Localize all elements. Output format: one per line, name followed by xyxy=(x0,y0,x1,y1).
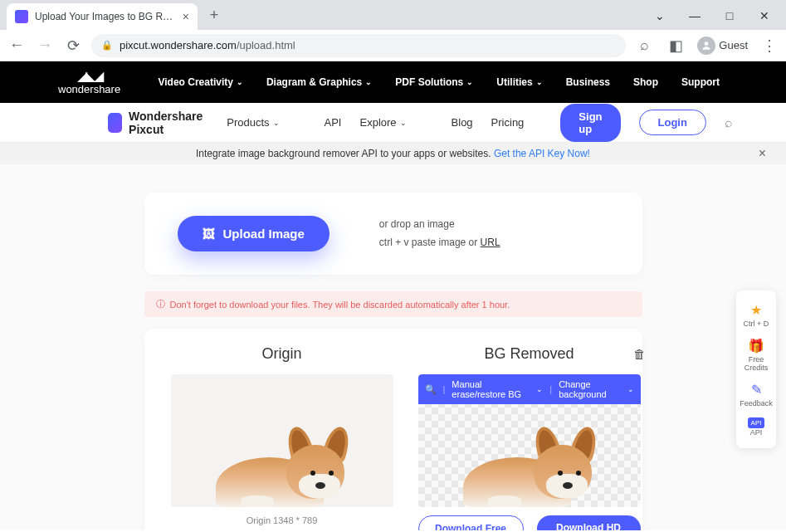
pen-icon: ✎ xyxy=(738,382,774,398)
new-tab-button[interactable]: + xyxy=(203,3,226,27)
close-window-icon[interactable]: ✕ xyxy=(754,6,774,26)
tab-title: Upload Your Images to BG Remo... xyxy=(35,11,176,22)
manual-erase-button[interactable]: Manual erase/restore BG ⌄ xyxy=(452,379,543,399)
chevron-down-icon: ⌄ xyxy=(237,78,243,86)
warning-text: Don't forget to download your files. The… xyxy=(170,300,510,310)
reload-button[interactable]: ⟳ xyxy=(63,36,83,56)
star-icon: ★ xyxy=(738,302,774,318)
forward-button[interactable]: → xyxy=(35,36,55,56)
pixcut-icon xyxy=(108,113,122,133)
dock-feedback[interactable]: ✎Feedback xyxy=(736,377,776,412)
nav-explore[interactable]: Explore⌄ xyxy=(360,116,407,129)
menu-icon[interactable]: ⋮ xyxy=(759,36,779,56)
download-hd-button[interactable]: Download HD xyxy=(537,515,641,530)
banner-close-icon[interactable]: × xyxy=(759,146,766,161)
guest-label: Guest xyxy=(719,39,748,51)
dock-credits[interactable]: 🎁Free Credits xyxy=(736,333,776,377)
search-icon[interactable]: ⌕ xyxy=(634,36,654,56)
back-button[interactable]: ← xyxy=(7,36,27,56)
minimize-icon[interactable]: ― xyxy=(685,6,705,26)
url-path: /upload.html xyxy=(237,39,295,51)
url-domain: pixcut.wondershare.com xyxy=(120,39,237,51)
image-action-bar: 🔍| Manual erase/restore BG ⌄| Change bac… xyxy=(418,374,641,404)
banner-link[interactable]: Get the API Key Now! xyxy=(494,148,590,159)
avatar-icon xyxy=(697,37,715,55)
dog-illustration xyxy=(455,416,604,507)
origin-title: Origin xyxy=(261,345,301,363)
panel-icon[interactable]: ◧ xyxy=(666,36,686,56)
removed-image: 🔍| Manual erase/restore BG ⌄| Change bac… xyxy=(418,374,641,507)
removed-title: BG Removed xyxy=(484,345,574,363)
origin-image xyxy=(171,374,393,507)
api-icon: API xyxy=(748,417,765,428)
profile-button[interactable]: Guest xyxy=(697,37,748,55)
nav-support[interactable]: Support xyxy=(681,76,720,88)
wondershare-top-nav: ◢◣◢ wondershare Video Creativity⌄ Diagra… xyxy=(0,61,786,103)
chevron-down-icon: ⌄ xyxy=(536,385,543,393)
warning-bar: ⓘ Don't forget to download your files. T… xyxy=(144,291,642,317)
chevron-down-icon: ⌄ xyxy=(466,78,473,86)
nav-business[interactable]: Business xyxy=(566,76,610,88)
pixcut-logo[interactable]: Wondershare Pixcut xyxy=(108,110,208,136)
trash-icon[interactable]: 🗑 xyxy=(633,347,646,361)
dock-api[interactable]: APIAPI xyxy=(736,412,776,442)
chevron-down-icon[interactable]: ⌄ xyxy=(650,6,670,26)
browser-chrome: Upload Your Images to BG Remo... × + ⌄ ―… xyxy=(0,0,786,61)
upload-image-button[interactable]: 🖼 Upload Image xyxy=(178,216,330,251)
chevron-down-icon: ⌄ xyxy=(536,78,543,86)
tab-strip: Upload Your Images to BG Remo... × + ⌄ ―… xyxy=(0,0,786,30)
nav-pricing[interactable]: Pricing xyxy=(491,116,525,129)
removed-column: BG Removed 🗑 🔍| Manual erase/restore BG … xyxy=(418,345,641,530)
nav-shop[interactable]: Shop xyxy=(633,76,658,88)
nav-video-creativity[interactable]: Video Creativity⌄ xyxy=(158,76,242,88)
upload-card: 🖼 Upload Image or drop an image ctrl + v… xyxy=(144,193,642,275)
search-icon[interactable]: ⌕ xyxy=(725,115,733,130)
nav-diagram-graphics[interactable]: Diagram & Graphics⌄ xyxy=(266,76,372,88)
close-tab-icon[interactable]: × xyxy=(183,10,189,23)
upload-hints: or drop an image ctrl + v paste image or… xyxy=(379,216,500,251)
nav-pdf-solutions[interactable]: PDF Solutions⌄ xyxy=(395,76,473,88)
main-content: 🖼 Upload Image or drop an image ctrl + v… xyxy=(0,164,786,530)
dock-shortcut[interactable]: ★Ctrl + D xyxy=(736,297,776,333)
signup-button[interactable]: Sign up xyxy=(560,104,620,142)
result-card: Origin Origin 1348 * 789 BG Removed 🗑 xyxy=(144,329,642,530)
address-bar: ← → ⟳ 🔒 pixcut.wondershare.com/upload.ht… xyxy=(0,30,786,61)
chevron-down-icon: ⌄ xyxy=(400,119,407,127)
url-link[interactable]: URL xyxy=(481,237,500,248)
logo-icon: ◢◣◢ xyxy=(77,69,102,84)
svg-point-0 xyxy=(705,41,709,46)
image-icon: 🖼 xyxy=(203,227,215,241)
nav-blog[interactable]: Blog xyxy=(452,116,473,129)
login-button[interactable]: Login xyxy=(639,110,706,135)
api-banner: Integrate image background remover API t… xyxy=(0,143,786,164)
favicon xyxy=(15,10,28,23)
gift-icon: 🎁 xyxy=(738,338,774,354)
chevron-down-icon: ⌄ xyxy=(365,78,372,86)
pixcut-app-nav: Wondershare Pixcut Products⌄ API Explore… xyxy=(0,103,786,143)
origin-caption: Origin 1348 * 789 xyxy=(171,515,393,525)
nav-products[interactable]: Products⌄ xyxy=(227,116,279,129)
banner-text: Integrate image background remover API t… xyxy=(196,148,494,159)
warning-icon: ⓘ xyxy=(156,298,165,310)
change-bg-button[interactable]: Change background ⌄ xyxy=(559,379,633,399)
hint-paste: ctrl + v paste image or xyxy=(379,237,481,248)
maximize-icon[interactable]: □ xyxy=(720,6,740,26)
origin-column: Origin Origin 1348 * 789 xyxy=(171,345,393,530)
download-free-button[interactable]: Download Free xyxy=(418,515,524,530)
side-dock: ★Ctrl + D 🎁Free Credits ✎Feedback APIAPI xyxy=(736,290,776,448)
chevron-down-icon: ⌄ xyxy=(627,385,634,393)
nav-api[interactable]: API xyxy=(325,116,342,129)
lock-icon: 🔒 xyxy=(101,40,113,51)
url-input[interactable]: 🔒 pixcut.wondershare.com/upload.html xyxy=(91,34,626,57)
wondershare-logo[interactable]: ◢◣◢ wondershare xyxy=(58,69,120,95)
nav-utilities[interactable]: Utilities⌄ xyxy=(496,76,542,88)
browser-tab[interactable]: Upload Your Images to BG Remo... × xyxy=(7,3,198,30)
chevron-down-icon: ⌄ xyxy=(273,119,280,127)
zoom-icon[interactable]: 🔍 xyxy=(425,384,437,395)
hint-drop: or drop an image xyxy=(379,216,500,234)
window-controls: ⌄ ― □ ✕ xyxy=(650,4,786,26)
dog-illustration xyxy=(207,416,357,507)
